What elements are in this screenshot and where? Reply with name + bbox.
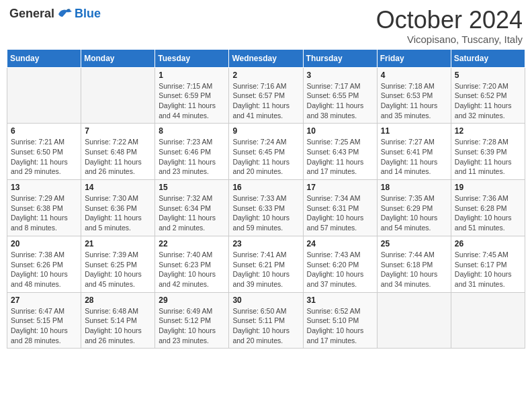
calendar-cell: 24Sunrise: 7:43 AMSunset: 6:20 PMDayligh… bbox=[303, 236, 377, 292]
calendar-week-row: 1Sunrise: 7:15 AMSunset: 6:59 PMDaylight… bbox=[7, 67, 525, 124]
calendar-cell: 11Sunrise: 7:27 AMSunset: 6:41 PMDayligh… bbox=[377, 124, 451, 180]
day-number: 28 bbox=[85, 295, 151, 305]
day-info: Sunrise: 7:16 AMSunset: 6:57 PMDaylight:… bbox=[232, 81, 299, 121]
day-info: Sunrise: 7:15 AMSunset: 6:59 PMDaylight:… bbox=[159, 81, 225, 121]
day-number: 10 bbox=[307, 126, 373, 136]
day-number: 16 bbox=[232, 183, 299, 192]
calendar-cell: 27Sunrise: 6:47 AMSunset: 5:15 PMDayligh… bbox=[7, 292, 81, 349]
day-number: 31 bbox=[307, 295, 373, 305]
calendar-cell bbox=[81, 67, 155, 124]
day-number: 2 bbox=[232, 71, 299, 80]
calendar-cell: 4Sunrise: 7:18 AMSunset: 6:53 PMDaylight… bbox=[377, 67, 451, 124]
day-number: 1 bbox=[159, 71, 225, 80]
day-info: Sunrise: 7:17 AMSunset: 6:55 PMDaylight:… bbox=[307, 81, 373, 121]
day-info: Sunrise: 7:44 AMSunset: 6:18 PMDaylight:… bbox=[381, 250, 447, 289]
logo: General Blue bbox=[9, 7, 101, 21]
day-info: Sunrise: 7:45 AMSunset: 6:17 PMDaylight:… bbox=[455, 250, 521, 289]
day-number: 20 bbox=[11, 239, 77, 248]
calendar-cell: 29Sunrise: 6:49 AMSunset: 5:12 PMDayligh… bbox=[155, 292, 229, 349]
weekday-header: Wednesday bbox=[229, 49, 303, 67]
calendar-cell: 19Sunrise: 7:36 AMSunset: 6:28 PMDayligh… bbox=[451, 180, 525, 236]
calendar-week-row: 6Sunrise: 7:21 AMSunset: 6:50 PMDaylight… bbox=[7, 124, 525, 180]
day-number: 22 bbox=[159, 239, 225, 248]
day-number: 11 bbox=[381, 126, 447, 136]
calendar-cell: 6Sunrise: 7:21 AMSunset: 6:50 PMDaylight… bbox=[7, 124, 81, 180]
day-info: Sunrise: 7:22 AMSunset: 6:48 PMDaylight:… bbox=[85, 137, 151, 177]
day-number: 8 bbox=[159, 126, 225, 136]
day-info: Sunrise: 7:40 AMSunset: 6:23 PMDaylight:… bbox=[159, 250, 225, 289]
calendar-cell: 5Sunrise: 7:20 AMSunset: 6:52 PMDaylight… bbox=[451, 67, 525, 124]
day-info: Sunrise: 6:50 AMSunset: 5:11 PMDaylight:… bbox=[232, 306, 299, 346]
calendar-cell: 20Sunrise: 7:38 AMSunset: 6:26 PMDayligh… bbox=[7, 236, 81, 292]
day-number: 12 bbox=[455, 126, 521, 136]
calendar-week-row: 20Sunrise: 7:38 AMSunset: 6:26 PMDayligh… bbox=[7, 236, 525, 292]
day-number: 9 bbox=[232, 126, 299, 136]
day-info: Sunrise: 7:32 AMSunset: 6:34 PMDaylight:… bbox=[159, 193, 225, 233]
day-info: Sunrise: 7:33 AMSunset: 6:33 PMDaylight:… bbox=[232, 193, 299, 233]
day-info: Sunrise: 7:24 AMSunset: 6:45 PMDaylight:… bbox=[232, 137, 299, 177]
day-info: Sunrise: 7:36 AMSunset: 6:28 PMDaylight:… bbox=[455, 193, 521, 233]
weekday-header: Monday bbox=[81, 49, 155, 67]
day-number: 4 bbox=[381, 71, 447, 80]
calendar-cell: 15Sunrise: 7:32 AMSunset: 6:34 PMDayligh… bbox=[155, 180, 229, 236]
day-info: Sunrise: 7:38 AMSunset: 6:26 PMDaylight:… bbox=[11, 250, 77, 289]
weekday-header: Sunday bbox=[7, 49, 81, 67]
calendar-cell: 21Sunrise: 7:39 AMSunset: 6:25 PMDayligh… bbox=[81, 236, 155, 292]
day-info: Sunrise: 7:43 AMSunset: 6:20 PMDaylight:… bbox=[307, 250, 373, 289]
calendar-cell: 22Sunrise: 7:40 AMSunset: 6:23 PMDayligh… bbox=[155, 236, 229, 292]
calendar-cell: 30Sunrise: 6:50 AMSunset: 5:11 PMDayligh… bbox=[229, 292, 303, 349]
day-info: Sunrise: 7:39 AMSunset: 6:25 PMDaylight:… bbox=[85, 250, 151, 289]
day-info: Sunrise: 7:28 AMSunset: 6:39 PMDaylight:… bbox=[455, 137, 521, 177]
day-info: Sunrise: 7:20 AMSunset: 6:52 PMDaylight:… bbox=[455, 81, 521, 121]
calendar-header-row: SundayMondayTuesdayWednesdayThursdayFrid… bbox=[7, 49, 525, 67]
weekday-header: Tuesday bbox=[155, 49, 229, 67]
calendar-cell: 31Sunrise: 6:52 AMSunset: 5:10 PMDayligh… bbox=[303, 292, 377, 349]
calendar-cell: 13Sunrise: 7:29 AMSunset: 6:38 PMDayligh… bbox=[7, 180, 81, 236]
day-info: Sunrise: 7:41 AMSunset: 6:21 PMDaylight:… bbox=[232, 250, 299, 289]
calendar-cell: 16Sunrise: 7:33 AMSunset: 6:33 PMDayligh… bbox=[229, 180, 303, 236]
calendar-cell: 9Sunrise: 7:24 AMSunset: 6:45 PMDaylight… bbox=[229, 124, 303, 180]
weekday-header: Thursday bbox=[303, 49, 377, 67]
day-info: Sunrise: 7:29 AMSunset: 6:38 PMDaylight:… bbox=[11, 193, 77, 233]
calendar-cell: 7Sunrise: 7:22 AMSunset: 6:48 PMDaylight… bbox=[81, 124, 155, 180]
day-info: Sunrise: 6:48 AMSunset: 5:14 PMDaylight:… bbox=[85, 306, 151, 346]
calendar-cell: 1Sunrise: 7:15 AMSunset: 6:59 PMDaylight… bbox=[155, 67, 229, 124]
day-number: 23 bbox=[232, 239, 299, 248]
day-info: Sunrise: 7:35 AMSunset: 6:29 PMDaylight:… bbox=[381, 193, 447, 233]
day-number: 15 bbox=[159, 183, 225, 192]
weekday-header: Friday bbox=[377, 49, 451, 67]
calendar-cell: 18Sunrise: 7:35 AMSunset: 6:29 PMDayligh… bbox=[377, 180, 451, 236]
day-number: 17 bbox=[307, 183, 373, 192]
day-info: Sunrise: 7:21 AMSunset: 6:50 PMDaylight:… bbox=[11, 137, 77, 177]
day-info: Sunrise: 7:30 AMSunset: 6:36 PMDaylight:… bbox=[85, 193, 151, 233]
day-number: 27 bbox=[11, 295, 77, 305]
day-info: Sunrise: 7:18 AMSunset: 6:53 PMDaylight:… bbox=[381, 81, 447, 121]
day-number: 7 bbox=[85, 126, 151, 136]
location-text: Vicopisano, Tuscany, Italy bbox=[376, 34, 523, 45]
day-info: Sunrise: 7:27 AMSunset: 6:41 PMDaylight:… bbox=[381, 137, 447, 177]
day-number: 25 bbox=[381, 239, 447, 248]
day-number: 26 bbox=[455, 239, 521, 248]
logo-blue-text: Blue bbox=[75, 7, 101, 21]
weekday-header: Saturday bbox=[451, 49, 525, 67]
day-info: Sunrise: 6:47 AMSunset: 5:15 PMDaylight:… bbox=[11, 306, 77, 346]
day-number: 3 bbox=[307, 71, 373, 80]
day-number: 24 bbox=[307, 239, 373, 248]
day-number: 30 bbox=[232, 295, 299, 305]
calendar-table: SundayMondayTuesdayWednesdayThursdayFrid… bbox=[7, 49, 525, 349]
day-info: Sunrise: 7:23 AMSunset: 6:46 PMDaylight:… bbox=[159, 137, 225, 177]
calendar-cell: 10Sunrise: 7:25 AMSunset: 6:43 PMDayligh… bbox=[303, 124, 377, 180]
calendar-cell: 17Sunrise: 7:34 AMSunset: 6:31 PMDayligh… bbox=[303, 180, 377, 236]
calendar-cell: 2Sunrise: 7:16 AMSunset: 6:57 PMDaylight… bbox=[229, 67, 303, 124]
calendar-week-row: 13Sunrise: 7:29 AMSunset: 6:38 PMDayligh… bbox=[7, 180, 525, 236]
calendar-cell: 14Sunrise: 7:30 AMSunset: 6:36 PMDayligh… bbox=[81, 180, 155, 236]
day-info: Sunrise: 7:25 AMSunset: 6:43 PMDaylight:… bbox=[307, 137, 373, 177]
calendar-cell: 26Sunrise: 7:45 AMSunset: 6:17 PMDayligh… bbox=[451, 236, 525, 292]
calendar-cell bbox=[377, 292, 451, 349]
page-header: General Blue October 2024 Vicopisano, Tu… bbox=[7, 7, 525, 45]
calendar-cell: 28Sunrise: 6:48 AMSunset: 5:14 PMDayligh… bbox=[81, 292, 155, 349]
month-title: October 2024 bbox=[376, 7, 523, 34]
logo-general-text: General bbox=[9, 7, 54, 21]
day-number: 29 bbox=[159, 295, 225, 305]
calendar-cell: 12Sunrise: 7:28 AMSunset: 6:39 PMDayligh… bbox=[451, 124, 525, 180]
